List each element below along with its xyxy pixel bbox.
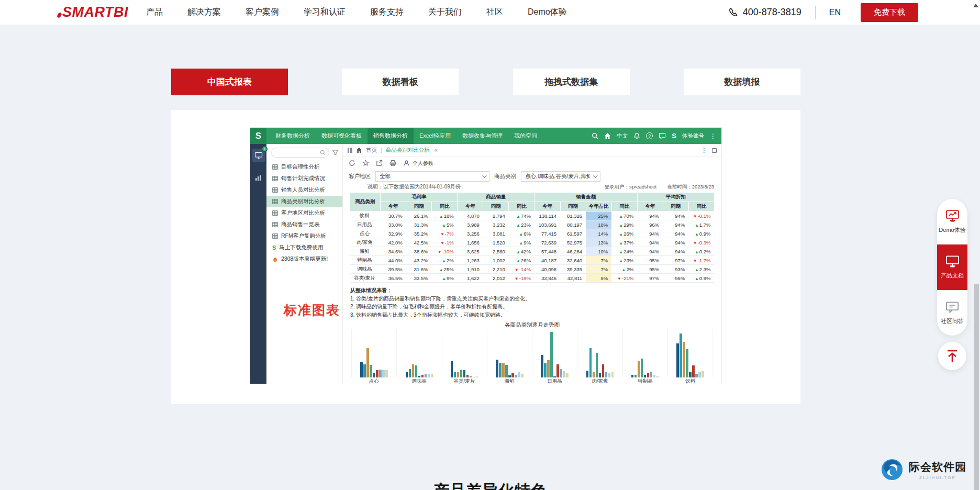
table-cell-category: 日用品 <box>350 220 381 229</box>
tab-中国式报表[interactable]: 中国式报表 <box>171 69 288 95</box>
table-subheader: 同比 <box>611 202 637 211</box>
region-filter-select[interactable]: 全部 <box>375 171 489 182</box>
account-name[interactable]: 体验账号 <box>682 132 704 140</box>
tab-数据看板[interactable]: 数据看板 <box>342 69 459 95</box>
table-cell: 38.6% <box>406 247 432 256</box>
more-menu-icon[interactable]: ⋮ <box>710 132 716 140</box>
table-cell: ▲1.7% <box>688 220 714 229</box>
table-cell: ▲26% <box>509 256 534 265</box>
table-subheader: 今年 <box>534 202 560 211</box>
panel-toggle-icon[interactable] <box>348 148 352 153</box>
nav-item-解决方案[interactable]: 解决方案 <box>187 7 221 18</box>
nav-item-社区[interactable]: 社区 <box>486 7 503 18</box>
free-download-button[interactable]: 免费下载 <box>861 3 918 22</box>
tab-拖拽式数据集[interactable]: 拖拽式数据集 <box>513 69 630 95</box>
table-cell: ▲18% <box>432 211 458 220</box>
table-cell: ▲0.9% <box>688 229 714 238</box>
table-cell: ▼-1% <box>432 238 458 247</box>
float-item-社区问答[interactable]: 社区问答 <box>937 290 967 336</box>
table-cell: 95% <box>637 265 663 274</box>
app-logo-icon[interactable]: S <box>250 128 266 144</box>
rail-chart-icon[interactable] <box>252 171 265 184</box>
chart-bar <box>641 359 643 377</box>
filter-funnel-icon[interactable] <box>332 149 339 156</box>
active-report-tab[interactable]: 商品类别对比分析 <box>386 147 430 154</box>
nav-item-客户案例[interactable]: 客户案例 <box>246 7 279 18</box>
app-menu-item-销售数据分析[interactable]: 销售数据分析 <box>368 128 414 144</box>
feature-card: S 财务数据分析数据可视化看板销售数据分析Excel轻应用数据收集与管理我的空间… <box>171 110 800 404</box>
scrollbar-up-arrow[interactable] <box>973 4 978 7</box>
favorite-star-icon[interactable] <box>362 160 369 166</box>
export-icon[interactable] <box>376 160 383 166</box>
table-cell: ▲25% <box>432 265 458 274</box>
chart-bar <box>460 370 463 377</box>
language-toggle[interactable]: 中文 <box>617 132 628 140</box>
app-menu-item-数据收集与管理[interactable]: 数据收集与管理 <box>456 128 508 144</box>
rail-monitor-icon[interactable]: 1 <box>252 149 265 162</box>
app-menu-item-财务数据分析[interactable]: 财务数据分析 <box>270 128 316 144</box>
sidebar-report-item[interactable]: 销售人员对比分析 <box>266 184 342 196</box>
bell-icon[interactable] <box>633 132 640 139</box>
nav-item-学习和认证[interactable]: 学习和认证 <box>304 7 346 18</box>
print-icon[interactable] <box>389 160 396 166</box>
scrollbar-thumb[interactable] <box>974 284 979 490</box>
analysis-line: 3. 饮料的销售额占比最大，3个指标涨幅也较大，可继续拓宽销路。 <box>350 311 714 319</box>
nav-item-关于我们[interactable]: 关于我们 <box>428 7 462 18</box>
feature-tabs: 中国式报表数据看板拖拽式数据集数据填报 <box>171 69 800 95</box>
nav-item-Demo体验[interactable]: Demo体验 <box>528 7 567 18</box>
float-item-产品文档[interactable]: 产品文档 <box>937 244 967 290</box>
sidebar-report-item[interactable]: 目标合理性分析 <box>266 161 342 173</box>
notification-badge: 1 <box>262 146 268 152</box>
sidebar-report-item[interactable]: 客户地区对比分析 <box>266 207 342 219</box>
language-switch[interactable]: EN <box>829 8 841 17</box>
chart-bar <box>563 371 565 377</box>
table-cell: 138,114 <box>534 211 560 220</box>
back-to-top-button[interactable] <box>938 342 966 370</box>
sidebar-search-input[interactable] <box>271 148 329 158</box>
floating-quick-menu: Demo体验产品文档社区问答 <box>937 199 967 336</box>
app-menu-item-Excel轻应用[interactable]: Excel轻应用 <box>414 128 456 144</box>
table-row: 肉/家禽42.0%42.5%▼-1%1,6561,520▲9%72,63952,… <box>350 238 715 247</box>
sidebar-item-label: 马上下载免费使用 <box>279 244 323 251</box>
chart-bar <box>602 364 605 377</box>
sidebar-report-item[interactable]: RFM客户复购分析 <box>266 230 342 242</box>
user-parameters-label[interactable]: 个人参数 <box>413 160 433 167</box>
float-item-Demo体验[interactable]: Demo体验 <box>937 199 967 244</box>
sidebar-report-item[interactable]: 2308版本暑期更新! <box>266 253 342 265</box>
table-cell: ▼-19% <box>509 274 534 283</box>
app-menu-item-我的空间[interactable]: 我的空间 <box>508 128 543 144</box>
sidebar-report-item[interactable]: 商品类别对比分析 <box>266 196 342 207</box>
sidebar-report-item[interactable]: 商品销售一览表 <box>266 219 342 230</box>
table-subheader: 同比 <box>509 202 534 211</box>
nav-item-服务支持[interactable]: 服务支持 <box>370 7 404 18</box>
analysis-line: 2. 调味品的销量下降，但毛利和金额提升，客单价和折扣有所提高。 <box>350 303 714 311</box>
table-cell: 94% <box>663 229 688 238</box>
table-cell: 31.3% <box>406 220 432 229</box>
category-filter-select[interactable]: 点心,调味品,谷类/麦片,海鲜,E <box>521 171 600 182</box>
chat-icon[interactable] <box>659 132 666 139</box>
chart-bar <box>363 364 366 377</box>
table-cell: ▲0.9% <box>688 274 714 283</box>
sidebar-report-item[interactable]: S马上下载免费使用 <box>266 242 342 253</box>
sidebar-report-item[interactable]: 销售计划完成情况 <box>266 173 342 184</box>
help-icon[interactable]: ? <box>646 132 653 139</box>
table-row: 点心32.9%35.2%▼-7%3,2563,081▲6%77,41561,59… <box>350 229 715 238</box>
home-icon[interactable] <box>604 132 611 139</box>
breadcrumb-home[interactable]: 首页 <box>366 147 377 154</box>
user-parameters-icon[interactable] <box>403 160 410 166</box>
tab-options-icon[interactable]: ⋮ <box>701 147 707 154</box>
nav-item-产品[interactable]: 产品 <box>146 7 163 18</box>
maximize-icon[interactable] <box>712 148 717 153</box>
smartbi-logo[interactable]: SMARTBI <box>58 5 128 19</box>
refresh-icon[interactable] <box>349 160 355 166</box>
tab-数据填报[interactable]: 数据填报 <box>684 69 800 95</box>
close-tab-icon[interactable]: × <box>435 147 438 153</box>
table-cell: ▲9% <box>509 238 534 247</box>
app-body: 1 目标合理性分析销售计划完成情况销售人员对比分析商品类别对比分析客户地区对比分… <box>250 144 721 384</box>
search-icon[interactable] <box>592 132 598 139</box>
app-menu-item-数据可视化看板[interactable]: 数据可视化看板 <box>316 128 368 144</box>
sidebar-item-label: 商品销售一览表 <box>281 221 320 228</box>
table-cell: 3,232 <box>483 220 509 229</box>
home-icon[interactable] <box>356 147 362 153</box>
table-row: 日用品33.0%31.3%▲5%3,9893,232▲23%103,69180,… <box>350 220 715 229</box>
